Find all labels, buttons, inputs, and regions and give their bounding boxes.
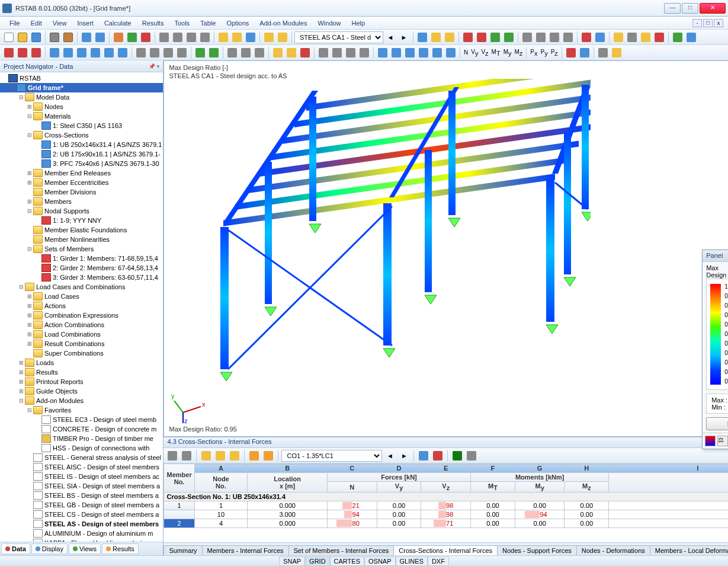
tool-icon[interactable] [475, 31, 488, 44]
tool-icon[interactable] [62, 46, 75, 59]
tool-icon[interactable] [431, 46, 444, 59]
tool-icon[interactable] [226, 46, 239, 59]
minimize-button[interactable]: — [664, 3, 681, 14]
save-icon[interactable] [30, 31, 43, 44]
tree-item[interactable]: Member Divisions [0, 187, 163, 197]
tree-item[interactable]: ⊟Add-on Modules [0, 396, 163, 405]
menu-addon[interactable]: Add-on Modules [255, 18, 312, 28]
tool-icon[interactable] [444, 46, 457, 59]
menu-options[interactable]: Options [222, 18, 254, 28]
tool-icon[interactable] [228, 449, 241, 462]
menu-edit[interactable]: Edit [26, 18, 47, 28]
tool-icon[interactable] [148, 46, 161, 59]
prev-icon[interactable]: ◄ [384, 31, 397, 44]
tab-nodes-def[interactable]: Nodes - Deformations [576, 545, 650, 555]
tree-item[interactable]: ⊟Nodal Supports [0, 206, 163, 216]
redo-icon[interactable] [94, 31, 107, 44]
tab-members-if[interactable]: Members - Internal Forces [202, 545, 289, 555]
tool-icon[interactable] [376, 46, 389, 59]
prev-icon[interactable]: ◄ [383, 449, 396, 462]
tool-icon[interactable] [443, 31, 456, 44]
tool-icon[interactable] [217, 31, 230, 44]
menu-help[interactable]: Help [347, 18, 370, 28]
tool-icon[interactable] [417, 46, 430, 59]
tool-icon[interactable] [214, 449, 227, 462]
tool-icon[interactable] [417, 449, 430, 462]
tool-icon[interactable] [465, 449, 478, 462]
panel-steel-as-button[interactable]: STEEL AS [706, 417, 728, 430]
tool-icon[interactable] [317, 46, 330, 59]
excel-icon[interactable] [451, 449, 464, 462]
tool-icon[interactable] [299, 46, 312, 59]
next-icon[interactable]: ► [397, 449, 410, 462]
tool-icon[interactable] [594, 31, 607, 44]
nav-tab-views[interactable]: Views [69, 543, 101, 554]
tree-item[interactable]: STEEL AISC - Design of steel members [0, 462, 163, 472]
tool-icon[interactable] [534, 31, 547, 44]
tool-icon[interactable] [431, 449, 444, 462]
tool-icon[interactable] [112, 31, 125, 44]
open-icon[interactable] [16, 31, 29, 44]
tree-item[interactable]: Super Combinations [0, 348, 163, 358]
tool-icon[interactable] [285, 46, 298, 59]
tool-icon[interactable] [548, 31, 561, 44]
navigator-tree[interactable]: RSTAB ⊟Grid frame* ⊟Model Data ⊞Nodes ⊟M… [0, 72, 163, 542]
status-dxf[interactable]: DXF [428, 557, 449, 566]
tree-item[interactable]: STEEL EC3 - Design of steel memb [0, 415, 163, 424]
tool-icon[interactable] [207, 46, 220, 59]
maximize-button[interactable]: □ [682, 3, 698, 14]
tree-item[interactable]: ⊟Materials [0, 111, 163, 121]
undo-icon[interactable] [80, 31, 93, 44]
tool-icon[interactable] [580, 31, 593, 44]
tool-icon[interactable] [134, 46, 147, 59]
tool-icon[interactable] [276, 31, 289, 44]
tree-item[interactable]: 3: PFC 75x40x6 | AS/NZS 3679.1-30 [0, 159, 163, 168]
tool-icon[interactable] [685, 31, 698, 44]
tool-icon[interactable] [521, 31, 534, 44]
tool-icon[interactable] [89, 46, 102, 59]
panel-filter-icon[interactable]: ⚖ [717, 436, 728, 446]
tool-icon[interactable] [75, 46, 88, 59]
clipboard-icon[interactable] [62, 31, 75, 44]
tool-icon[interactable] [139, 31, 152, 44]
tool-icon[interactable] [253, 46, 266, 59]
tool-icon[interactable] [610, 46, 623, 59]
mdi-restore-button[interactable]: □ [703, 19, 713, 27]
status-grid[interactable]: GRID [305, 557, 330, 566]
tree-item[interactable]: ⊟Model Data [0, 92, 163, 102]
close-button[interactable]: ✕ [700, 3, 726, 14]
panel-color-icon[interactable] [705, 436, 716, 446]
tab-cross-sections-if[interactable]: Cross-Sections - Internal Forces [393, 545, 498, 555]
tool-icon[interactable] [429, 31, 442, 44]
menu-file[interactable]: File [5, 18, 25, 28]
tool-icon[interactable] [171, 31, 184, 44]
color-scale-panel[interactable]: Panel× Max Design Ratio [-] 1.000.750.70… [702, 250, 728, 449]
tree-item[interactable]: STEEL CS - Design of steel members a [0, 510, 163, 519]
tool-icon[interactable] [262, 31, 275, 44]
tree-item[interactable]: ⊞Members [0, 197, 163, 206]
tree-item[interactable]: 1: Steel C350 | AS 1163 [0, 121, 163, 130]
tool-icon[interactable] [158, 31, 171, 44]
status-cartes[interactable]: CARTES [330, 557, 364, 566]
model-viewport[interactable]: Max Design Ratio [-] STEEL AS CA1 - Stee… [163, 60, 728, 437]
tool-icon[interactable] [416, 31, 429, 44]
tool-icon[interactable] [271, 46, 284, 59]
tool-icon[interactable] [390, 46, 403, 59]
tab-summary[interactable]: Summary [163, 545, 202, 555]
tab-set-members-if[interactable]: Set of Members - Internal Forces [288, 545, 395, 555]
tree-item[interactable]: STEEL IS - Design of steel members ac [0, 472, 163, 481]
tree-item[interactable]: ⊞Result Combinations [0, 339, 163, 348]
tool-icon[interactable] [200, 449, 213, 462]
tree-item[interactable]: ⊞Loads [0, 358, 163, 367]
new-icon[interactable] [2, 31, 15, 44]
tree-item[interactable]: ⊞Action Combinations [0, 320, 163, 330]
nav-tab-display[interactable]: Display [31, 543, 68, 554]
tool-icon[interactable] [671, 31, 684, 44]
tool-icon[interactable] [578, 46, 591, 59]
tool-icon[interactable] [358, 46, 371, 59]
tool-icon[interactable] [175, 46, 188, 59]
mdi-minimize-button[interactable]: - [692, 19, 702, 27]
tree-item[interactable]: ⊞Printout Reports [0, 377, 163, 386]
tool-icon[interactable] [248, 449, 261, 462]
tool-icon[interactable] [653, 31, 666, 44]
